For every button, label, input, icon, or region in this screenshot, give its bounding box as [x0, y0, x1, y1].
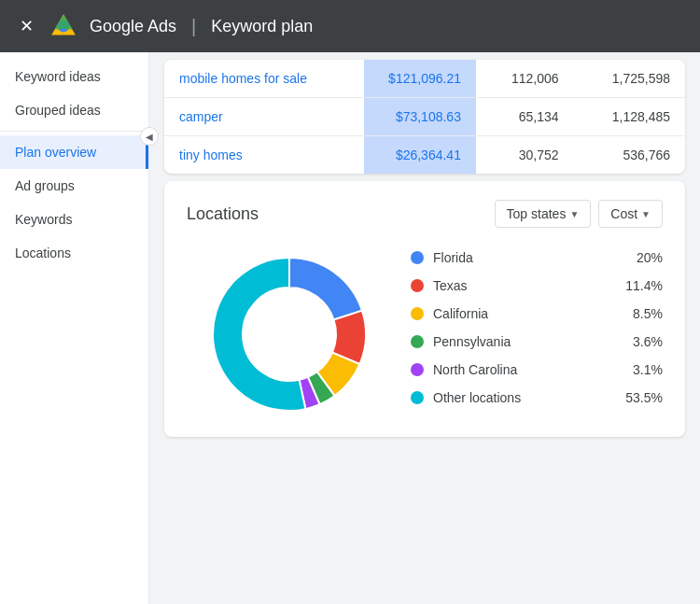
- impressions-cell: 65,134: [476, 98, 574, 136]
- svg-marker-2: [54, 14, 72, 29]
- keyword-link[interactable]: camper: [164, 98, 364, 136]
- sidebar: Keyword ideas Grouped ideas Plan overvie…: [0, 52, 149, 604]
- legend-item-florida: Florida 20%: [411, 250, 663, 265]
- legend-item-other: Other locations 53.5%: [411, 390, 663, 405]
- close-button[interactable]: ✕: [15, 15, 37, 37]
- legend-dot-other: [411, 391, 424, 404]
- sidebar-item-keyword-ideas[interactable]: Keyword ideas: [0, 60, 148, 93]
- locations-filters: Top states ▼ Cost ▼: [495, 200, 663, 228]
- table-row: camper $73,108.63 65,134 1,128,485: [164, 98, 685, 136]
- page-title: Keyword plan: [211, 17, 313, 36]
- sidebar-collapse-button[interactable]: ◀: [140, 127, 159, 146]
- main-content: mobile homes for sale $121,096.21 112,00…: [149, 52, 700, 604]
- locations-title: Locations: [187, 204, 259, 224]
- bid-cell: $121,096.21: [364, 60, 476, 98]
- top-states-label: Top states: [507, 206, 567, 221]
- legend-pct-other: 53.5%: [625, 390, 663, 405]
- donut-chart: [205, 250, 373, 418]
- bid-cell: $73,108.63: [364, 98, 476, 136]
- chart-legend: Florida 20% Texas 11.4% California 8.5% …: [411, 250, 663, 418]
- legend-pct-north-carolina: 3.1%: [625, 362, 663, 377]
- locations-header: Locations Top states ▼ Cost ▼: [187, 200, 663, 228]
- sidebar-item-grouped-ideas[interactable]: Grouped ideas: [0, 93, 148, 127]
- app-name: Google Ads: [90, 17, 176, 36]
- impressions-cell: 112,006: [476, 60, 574, 98]
- legend-dot-california: [411, 307, 424, 320]
- sidebar-item-locations[interactable]: Locations: [0, 236, 148, 270]
- header: ✕ Google Ads | Keyword plan: [0, 0, 700, 52]
- chart-container: Florida 20% Texas 11.4% California 8.5% …: [187, 250, 663, 418]
- legend-pct-pennsylvania: 3.6%: [625, 334, 663, 349]
- legend-item-california: California 8.5%: [411, 306, 663, 321]
- legend-dot-pennsylvania: [411, 335, 424, 348]
- google-ads-logo-icon: [49, 11, 78, 41]
- donut-segment-florida: [289, 258, 362, 320]
- legend-label-california: California: [433, 306, 625, 321]
- top-states-filter[interactable]: Top states ▼: [495, 200, 592, 228]
- main-layout: Keyword ideas Grouped ideas Plan overvie…: [0, 52, 700, 604]
- legend-pct-california: 8.5%: [625, 306, 663, 321]
- searches-cell: 1,725,598: [574, 60, 685, 98]
- cost-arrow-icon: ▼: [641, 209, 651, 219]
- legend-pct-texas: 11.4%: [625, 278, 663, 293]
- keyword-link[interactable]: tiny homes: [164, 136, 364, 175]
- searches-cell: 1,128,485: [574, 98, 685, 136]
- header-divider: |: [191, 16, 196, 37]
- impressions-cell: 30,752: [476, 136, 574, 175]
- sidebar-separator: [0, 131, 148, 132]
- locations-card: Locations Top states ▼ Cost ▼: [164, 181, 685, 437]
- legend-item-texas: Texas 11.4%: [411, 278, 663, 293]
- sidebar-item-ad-groups[interactable]: Ad groups: [0, 169, 148, 203]
- legend-label-pennsylvania: Pennsylvania: [433, 334, 625, 349]
- cost-label: Cost: [610, 206, 637, 221]
- searches-cell: 536,766: [574, 136, 685, 175]
- top-states-arrow-icon: ▼: [569, 209, 579, 219]
- legend-label-texas: Texas: [433, 278, 625, 293]
- legend-item-north-carolina: North Carolina 3.1%: [411, 362, 663, 377]
- keywords-table: mobile homes for sale $121,096.21 112,00…: [164, 60, 685, 174]
- legend-label-florida: Florida: [433, 250, 625, 265]
- legend-label-other: Other locations: [433, 390, 625, 405]
- table-row: mobile homes for sale $121,096.21 112,00…: [164, 60, 685, 98]
- keywords-table-card: mobile homes for sale $121,096.21 112,00…: [164, 60, 685, 174]
- table-row: tiny homes $26,364.41 30,752 536,766: [164, 136, 685, 175]
- legend-dot-florida: [411, 251, 424, 264]
- legend-item-pennsylvania: Pennsylvania 3.6%: [411, 334, 663, 349]
- legend-dot-north-carolina: [411, 363, 424, 376]
- bid-cell: $26,364.41: [364, 136, 476, 175]
- cost-filter[interactable]: Cost ▼: [598, 200, 663, 228]
- legend-dot-texas: [411, 279, 424, 292]
- keyword-link[interactable]: mobile homes for sale: [164, 60, 364, 98]
- sidebar-item-keywords[interactable]: Keywords: [0, 203, 148, 236]
- legend-pct-florida: 20%: [625, 250, 663, 265]
- legend-label-north-carolina: North Carolina: [433, 362, 625, 377]
- sidebar-item-plan-overview[interactable]: Plan overview: [0, 135, 148, 169]
